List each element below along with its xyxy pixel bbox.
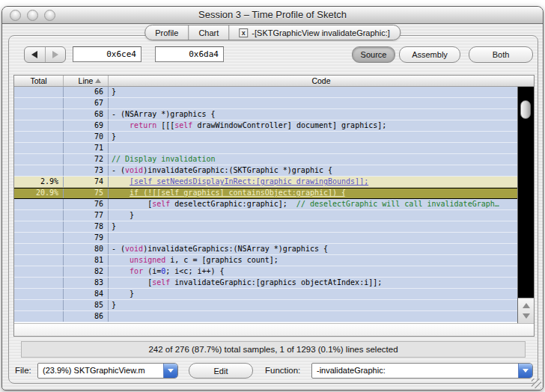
line-number-cell: 74 [64, 177, 109, 187]
code-row[interactable]: 85} [14, 300, 517, 311]
line-number-cell: 77 [64, 210, 109, 221]
scrollbar-arrows [518, 298, 534, 323]
code-cell [109, 98, 517, 108]
tab-chart[interactable]: Chart [189, 25, 229, 40]
code-row[interactable]: 83 [self invalidateGraphic:[graphics obj… [14, 278, 517, 289]
line-number-cell: 71 [64, 143, 109, 153]
content-panel: Source Assembly Both Total Line Code 66}… [8, 35, 538, 384]
total-header-label: Total [30, 76, 46, 85]
code-row[interactable]: 82 for (i=0; i<c; i++) { [14, 266, 517, 278]
line-number-cell: 80 [64, 244, 109, 254]
column-header-line[interactable]: Line [64, 76, 109, 86]
line-number-cell: 78 [64, 221, 109, 232]
code-cell: [self invalidateGraphic:[graphics object… [109, 278, 517, 288]
function-dropdown[interactable]: -invalidateGraphic: [311, 363, 533, 379]
line-number-cell: 72 [64, 154, 109, 165]
line-number-cell: 81 [64, 255, 109, 266]
scroll-up-arrow[interactable] [523, 303, 530, 308]
scrollbar-track[interactable] [518, 87, 534, 298]
code-row[interactable]: 77 } [14, 210, 517, 221]
tab-function[interactable]: x -[SKTGraphicView invalidateGraphic:] [229, 25, 399, 40]
code-row[interactable]: 70} [14, 132, 517, 143]
file-dropdown-value: (23.9%) SKTGraphicView.m [38, 364, 163, 378]
total-cell [14, 210, 64, 221]
code-cell: for (i=0; i<c; i++) { [109, 266, 517, 277]
address-start-field[interactable] [73, 46, 141, 62]
function-dropdown-arrow[interactable] [518, 364, 532, 378]
code-row[interactable]: 2.9%74 [self setNeedsDisplayInRect:[grap… [14, 177, 517, 188]
code-row[interactable]: 80- (void)invalidateGraphics:(NSArray *)… [14, 244, 517, 255]
scrollbar-thumb[interactable] [520, 100, 531, 119]
back-arrow-icon [31, 51, 37, 58]
code-cell: // Display invalidation [109, 154, 517, 165]
line-number-cell: 86 [64, 311, 109, 322]
line-number-cell: 76 [64, 199, 109, 209]
code-cell: return [[[self drawWindowController] doc… [109, 120, 517, 131]
code-row[interactable]: 66} [14, 87, 517, 98]
vertical-scrollbar[interactable] [517, 87, 534, 323]
source-view-button[interactable]: Source [352, 46, 395, 63]
total-cell [14, 311, 64, 322]
file-dropdown[interactable]: (23.9%) SKTGraphicView.m [37, 363, 178, 379]
line-number-cell: 68 [64, 109, 109, 120]
assembly-view-button[interactable]: Assembly [399, 46, 460, 63]
code-row[interactable]: 81 unsigned i, c = [graphics count]; [14, 255, 517, 266]
table-body: 66}6768- (NSArray *)graphics {69 return … [14, 87, 534, 323]
both-view-button[interactable]: Both [469, 46, 533, 63]
profile-table: Total Line Code 66}6768- (NSArray *)grap… [13, 75, 535, 337]
code-row[interactable]: 69 return [[[self drawWindowController] … [14, 120, 517, 132]
code-cell: } [109, 87, 517, 97]
total-cell [14, 244, 64, 254]
tab-bar: Profile Chart x -[SKTGraphicView invalid… [144, 25, 401, 40]
code-row[interactable]: 71 [14, 143, 517, 154]
resize-grip[interactable] [532, 379, 541, 388]
code-cell: if (![[self graphics] containsObject:gra… [109, 189, 517, 198]
code-row[interactable]: 84 } [14, 289, 517, 300]
address-end-field[interactable] [155, 46, 224, 62]
code-row[interactable]: 67 [14, 98, 517, 109]
forward-button[interactable] [46, 47, 66, 62]
line-number-cell: 84 [64, 289, 109, 299]
code-cell: [self setNeedsDisplayInRect:[graphic dra… [109, 177, 517, 187]
line-number-cell: 83 [64, 278, 109, 288]
back-button[interactable] [25, 47, 46, 62]
tab-close-icon[interactable]: x [239, 28, 248, 37]
column-header-total[interactable]: Total [14, 76, 64, 86]
code-cell: - (void)invalidateGraphics:(NSArray *)gr… [109, 244, 517, 254]
code-cell: } [109, 300, 517, 310]
code-cell: } [109, 132, 517, 142]
edit-button[interactable]: Edit [189, 363, 253, 379]
total-cell [14, 87, 64, 97]
code-row[interactable]: 76 [self deselectGraphic:graphic]; // de… [14, 199, 517, 210]
horizontal-scrollbar[interactable] [14, 323, 534, 336]
line-number-cell: 66 [64, 87, 109, 97]
app-window: Session 3 – Time Profile of Sketch Profi… [1, 6, 544, 391]
code-cell: [self deselectGraphic:graphic]; // desel… [109, 199, 517, 209]
code-row[interactable]: 72// Display invalidation [14, 154, 517, 165]
chevron-down-icon [523, 369, 529, 373]
code-cell: } [109, 210, 517, 221]
scroll-down-arrow[interactable] [523, 313, 530, 319]
status-bar: 242 of 276 (87.7%) total samples, 1 of 1… [21, 341, 526, 358]
total-cell [14, 300, 64, 310]
total-cell [14, 109, 64, 120]
tab-chart-label: Chart [198, 28, 219, 37]
code-row[interactable]: 20.9%75 if (![[self graphics] containsOb… [14, 188, 517, 199]
file-label: File: [15, 366, 31, 375]
code-row[interactable]: 78} [14, 221, 517, 233]
code-cell [109, 311, 517, 322]
code-row[interactable]: 68- (NSArray *)graphics { [14, 109, 517, 120]
file-dropdown-arrow[interactable] [163, 364, 177, 378]
code-row[interactable]: 86 [14, 311, 517, 322]
total-cell [14, 255, 64, 266]
tab-profile[interactable]: Profile [145, 25, 189, 40]
column-header-code[interactable]: Code [109, 76, 534, 86]
total-cell [14, 233, 64, 243]
total-cell: 20.9% [14, 189, 64, 198]
code-cell: } [109, 221, 517, 232]
total-cell [14, 120, 64, 131]
window-title: Session 3 – Time Profile of Sketch [2, 9, 543, 20]
code-row[interactable]: 73- (void)invalidateGraphic:(SKTGraphic … [14, 165, 517, 177]
line-number-cell: 67 [64, 98, 109, 108]
code-row[interactable]: 79 [14, 233, 517, 244]
